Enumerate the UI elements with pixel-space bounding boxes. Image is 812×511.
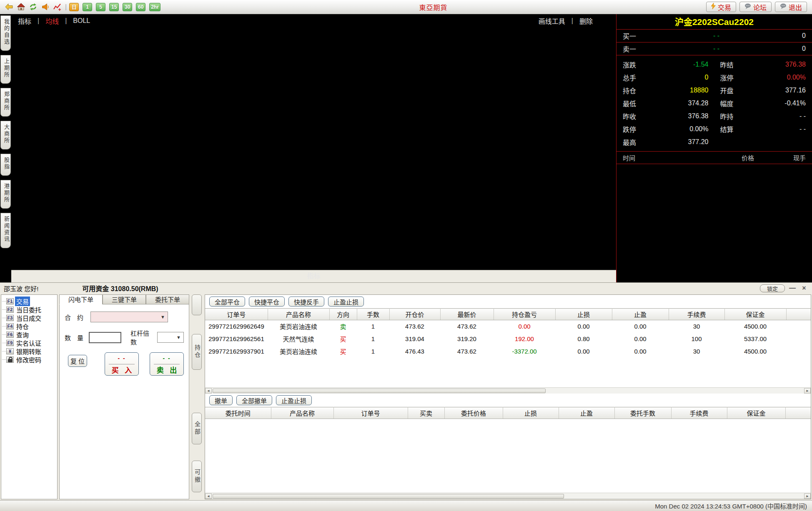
order-tabs: 闪电下单三键下单委托下单	[59, 294, 189, 304]
position-row[interactable]: 2997721629962561天然气连续买1319.04319.20192.0…	[205, 333, 811, 345]
lock-button[interactable]: 锁定	[760, 284, 785, 292]
close-icon[interactable]: ×	[800, 284, 808, 292]
side-tab-全部[interactable]: 全部	[192, 413, 202, 444]
position-cell: 100	[669, 333, 724, 345]
quantity-label: 数 量	[65, 333, 89, 342]
period-button-30[interactable]: 30	[123, 3, 132, 11]
column-header-止盈: 止盈	[559, 407, 614, 419]
positions-hscrollbar[interactable]: ◄ ►	[205, 387, 811, 394]
menu-item-画线工具[interactable]: 画线工具	[539, 16, 565, 26]
orders-section: 撤单全部撤单止盈止损 委托时间产品名称订单号买卖委托价格止损止盈委托手数手续费保…	[205, 394, 811, 499]
tick-list-body[interactable]	[617, 164, 812, 282]
scrollbar-thumb[interactable]	[213, 389, 546, 393]
ask-price: - -	[656, 45, 777, 52]
order-actions-row: 复位 - - 买 入 - - 卖 出	[65, 352, 184, 376]
table-button-全部平仓[interactable]: 全部平仓	[209, 297, 245, 307]
sidebar-item-4[interactable]: 股指	[0, 154, 11, 176]
nav-item-实名认证[interactable]: F9实名认证	[2, 339, 57, 347]
chart-line-icon[interactable]	[52, 2, 63, 12]
quote-field-value: 0	[648, 74, 709, 81]
table-button-撤单[interactable]: 撤单	[209, 395, 233, 405]
buy-button[interactable]: - - 买 入	[105, 352, 139, 376]
scroll-left-icon[interactable]: ◄	[205, 494, 212, 499]
period-button-15[interactable]: 15	[109, 3, 119, 11]
order-tab-三键下单[interactable]: 三键下单	[103, 294, 146, 304]
table-button-止盈止损[interactable]: 止盈止损	[276, 395, 312, 405]
draw-tools-menu: 画线工具|删除	[539, 16, 593, 26]
quote-grid-row: 最高377.20	[623, 135, 806, 148]
sidebar-item-0[interactable]: 我的自选	[0, 15, 11, 51]
quote-field-value: - -	[745, 125, 806, 133]
scrollbar-thumb[interactable]	[213, 494, 564, 499]
period-button-5[interactable]: 5	[96, 3, 105, 11]
menu-separator: |	[571, 17, 573, 25]
nav-item-持仓[interactable]: F4持仓	[2, 322, 57, 330]
position-cell: 473.62	[440, 320, 494, 333]
column-header-最新价: 最新价	[440, 309, 494, 320]
home-icon[interactable]	[15, 2, 26, 12]
position-row[interactable]: 2997721629962649美页岩油连续卖1473.62473.620.00…	[205, 320, 811, 333]
side-tab-可撤[interactable]: 可撤	[192, 461, 202, 492]
quote-field-value: - -	[745, 112, 806, 120]
quote-grid-row: 最低374.28幅度-0.41%	[623, 97, 806, 110]
menu-item-指标[interactable]: 指标	[307, 270, 320, 280]
chart-canvas[interactable]	[11, 27, 616, 270]
menu-item-BOLL[interactable]: BOLL	[73, 17, 90, 25]
position-row[interactable]: 2997721629937901美页岩油连续买1476.43473.62-337…	[205, 345, 811, 358]
toolbar-separator: |	[65, 3, 67, 11]
side-tab-持仓[interactable]: 持仓	[192, 334, 202, 370]
refresh-icon[interactable]	[28, 2, 38, 12]
menu-item-删除[interactable]: 删除	[579, 16, 593, 26]
tree-connector	[2, 351, 6, 351]
position-cell: 5337.00	[724, 333, 786, 345]
quote-panel: 沪金2202SCau2202 买一 - - 0 卖一 - - 0 涨跌-1.54…	[616, 14, 812, 282]
action-button-交易[interactable]: 交易	[706, 2, 736, 12]
tick-col-time: 时间	[623, 153, 742, 162]
orders-hscrollbar[interactable]: ◄ ►	[205, 493, 811, 499]
sidebar-item-5[interactable]: 港期所	[0, 180, 11, 209]
action-button-论坛[interactable]: 论坛	[739, 2, 772, 12]
position-cell: 4500.00	[724, 345, 786, 358]
period-button-2hr[interactable]: 2hr	[149, 3, 160, 11]
reset-button[interactable]: 复位	[68, 355, 87, 367]
scroll-right-icon[interactable]: ►	[804, 388, 811, 394]
period-button-1[interactable]: 1	[83, 3, 92, 11]
order-entry-panel: 闪电下单三键下单委托下单 合 约 ▼ 数 量 杠杆倍数 ▼ 复位	[59, 294, 189, 499]
sidebar-item-1[interactable]: 上期所	[0, 55, 11, 84]
nav-item-修改密码[interactable]: 修改密码	[2, 355, 57, 364]
order-tab-闪电下单[interactable]: 闪电下单	[59, 294, 103, 304]
sidebar-item-3[interactable]: 大商所	[0, 121, 11, 150]
chat-icon	[780, 3, 787, 11]
action-button-退出[interactable]: 退出	[775, 2, 807, 12]
order-tab-委托下单[interactable]: 委托下单	[146, 294, 189, 304]
quote-field-label: 涨跌	[623, 60, 648, 70]
nav-item-交易[interactable]: F1交易	[2, 297, 57, 305]
account-greeting: 邵玉波 您好!	[4, 284, 38, 293]
period-button-日[interactable]: 日	[69, 3, 79, 11]
contract-select[interactable]: ▼	[90, 312, 168, 322]
sidebar-item-2[interactable]: 郑商所	[0, 88, 11, 117]
quote-field-value: 376.38	[745, 61, 806, 68]
leverage-select[interactable]: ▼	[157, 332, 184, 343]
table-button-全部撤单[interactable]: 全部撤单	[236, 395, 272, 405]
menu-item-指标[interactable]: 指标	[18, 16, 31, 26]
nav-item-银期转账[interactable]: ¥银期转账	[2, 347, 57, 355]
quantity-row: 数 量 杠杆倍数 ▼	[65, 329, 184, 346]
quantity-input[interactable]	[89, 332, 121, 343]
nav-item-当日成交[interactable]: F3当日成交	[2, 314, 57, 322]
nav-item-查询[interactable]: F6查询	[2, 330, 57, 339]
minimize-icon[interactable]: —	[788, 284, 797, 292]
nav-item-当日委托[interactable]: F2当日委托	[2, 305, 57, 314]
back-icon[interactable]	[3, 2, 14, 12]
table-button-止盈止损[interactable]: 止盈止损	[328, 297, 364, 307]
alert-horn-icon[interactable]	[40, 2, 50, 12]
sell-button[interactable]: - - 卖 出	[150, 352, 184, 376]
scroll-right-icon[interactable]: ►	[804, 494, 811, 499]
table-button-快捷平仓[interactable]: 快捷平仓	[249, 297, 285, 307]
chevron-down-icon: ▼	[176, 335, 181, 340]
sidebar-item-6[interactable]: 新闻资讯	[0, 213, 11, 248]
scroll-left-icon[interactable]: ◄	[205, 388, 212, 394]
menu-item-均线[interactable]: 均线	[45, 16, 59, 26]
period-button-60[interactable]: 60	[136, 3, 145, 11]
table-button-快捷反手[interactable]: 快捷反手	[288, 297, 324, 307]
